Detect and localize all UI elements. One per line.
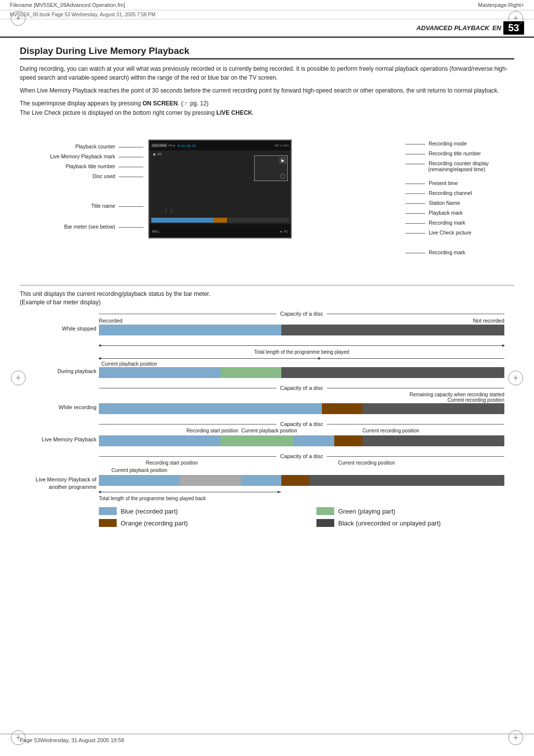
during-playback-section: During playback [20, 367, 514, 378]
during-playback-label: During playback [20, 368, 96, 374]
bar-intro1: This unit displays the current recording… [20, 290, 514, 297]
legend-swatch-black [316, 519, 334, 527]
vr-badge: VR [168, 144, 172, 147]
callout-pb-title: Playback title number [49, 163, 143, 169]
total-length-line [99, 345, 504, 346]
lma-bottom-bracket: ◄ ► [99, 489, 504, 496]
page-number-banner: ADVANCED PLAYBACK EN 53 [0, 19, 534, 38]
bar-pb-blue [99, 367, 221, 378]
bar-rec-dark [362, 403, 504, 414]
bar-pb-green [221, 367, 281, 378]
onscreen-note1: The superimpose display appears by press… [20, 99, 514, 108]
during-pb-bar-wrapper [99, 367, 504, 378]
lma-rec-pos: Current recording position [338, 460, 395, 466]
recorded-label: Recorded [99, 318, 123, 324]
disc-info: ■ [173, 144, 175, 147]
current-pb-text: Current playback position [99, 361, 504, 367]
playback-mark-bottom: ▶ 01 [281, 230, 288, 233]
intro-para1: During recording, you can watch at your … [20, 64, 514, 82]
arr-left-tl: ◄ [97, 343, 102, 348]
bar-lma-orange [281, 475, 310, 486]
bar-lma-dark [310, 475, 504, 486]
remaining-cap-ann: Remaining capacity when recording starte… [99, 392, 504, 397]
arr-right-tl: ► [501, 343, 506, 348]
while-rec-bar-wrapper [99, 403, 504, 414]
lma-bottom-ann-top: Current playback position [99, 468, 504, 474]
callout-present-time: Present time [405, 180, 514, 186]
bar-lma-lighter [180, 475, 241, 486]
screen-bottom-bar: BBC1 ▶ 01 [149, 225, 291, 237]
lma-top-ann: Recording start position Current recordi… [99, 460, 504, 467]
lm-rec-start: Recording start position [186, 428, 238, 433]
current-rec-pos-text: Current recording position [447, 397, 504, 403]
callout-pb-mark: Playback mark [405, 210, 514, 216]
page-footer: Page 53Wednesday, 31 August 2005 19:58 [0, 734, 534, 746]
bar-dark-seg [227, 218, 289, 223]
bar-lm-blue2 [294, 435, 334, 446]
onscreen-note2: The Live Check picture is displayed on t… [20, 108, 514, 118]
bar-lm-dark [362, 435, 504, 446]
lm-bar-wrapper [99, 435, 504, 446]
live-memory-section: Live Memory Playback [20, 435, 514, 446]
callout-rec-title: Recording title number [405, 150, 514, 156]
lma-pb-pos: Current playback position [112, 468, 168, 473]
intro-para2: When Live Memory Playback reaches the po… [20, 86, 514, 95]
cpb-arr-right: ► [317, 356, 322, 361]
bar-seg-dark [281, 325, 504, 335]
callout-disc: Disc used [49, 173, 143, 179]
capacity-top-label-1: Capacity of a disc Recorded Not recorded [99, 311, 504, 324]
bar-lma-blue1 [99, 475, 180, 486]
while-rec-bar [99, 403, 504, 414]
bar-lm-blue1 [99, 435, 221, 446]
callout-rec-mark2: Recording mark [405, 249, 514, 255]
ch-info: CH1 [283, 144, 289, 147]
cpb-arr-left: ◄ [97, 356, 102, 361]
while-stopped-bar [99, 325, 504, 335]
legend-swatch-green [316, 507, 334, 515]
lma-rec-start: Recording start position [146, 460, 198, 466]
live-memory-another-section: Live Memory Playback of another programm… [20, 475, 514, 486]
live-check-thumb: ▶ [254, 155, 288, 181]
screen-mockup: DVD-RAM VR ■ 0:12:34:35 EP ● CH1 ■ 05 ↑ … [148, 140, 292, 238]
lma-arr-right: ► [277, 489, 281, 494]
page-subheader: MV5SEK_00.book Page 53 Wednesday, August… [0, 10, 534, 19]
lma-total-text: Total length of the programme being play… [99, 496, 504, 501]
current-pb-pos-ann: ◄ ► [99, 355, 504, 361]
lma-bar-wrapper [99, 475, 504, 486]
reg-mark-tr [508, 11, 523, 26]
capacity-label-rec: Capacity of a disc [99, 385, 504, 391]
callout-playback-counter: Playback counter [49, 143, 143, 149]
capacity-label-lm: Capacity of a disc [99, 421, 504, 427]
bar-rec-orange [322, 403, 362, 414]
remaining-cap-text: Remaining capacity when recording starte… [409, 392, 504, 397]
during-pb-top-ann: ◄ ► Total length of the programme being … [99, 342, 504, 367]
video-area: ■ 05 ↑ ↑ ➦ ▶ [149, 150, 291, 224]
legend-label-black: Black (unrecorded or unplayed part) [338, 520, 441, 527]
bar-seg-blue [99, 325, 281, 335]
filename-label: Filename [MV5SEK_09Advanced Operation.fm… [10, 2, 125, 8]
callout-title-name: Title name [49, 203, 143, 209]
while-rec-ann: Remaining capacity when recording starte… [99, 392, 504, 403]
section-divider [20, 285, 514, 285]
masterpage-label: Masterpage:Right+ [478, 2, 524, 8]
callout-rec-counter: Recording counter display(remaining/elap… [405, 160, 514, 172]
bar-pb-dark [281, 367, 504, 378]
time-code: 0:12:34:35 [178, 144, 195, 147]
book-label: MV5SEK_00.book Page 53 Wednesday, August… [10, 12, 155, 17]
main-content: Display During Live Memory Playback Duri… [0, 38, 534, 537]
onscreen-notes: The superimpose display appears by press… [20, 99, 514, 118]
lm-rec-pos: Current recording position [362, 428, 419, 433]
play-icon: ▶ [279, 157, 286, 164]
legend-swatch-blue [99, 507, 117, 515]
legend-item-black: Black (unrecorded or unplayed part) [316, 519, 514, 527]
while-recording-section: While recording [20, 403, 514, 414]
rec-dot: ● [280, 144, 282, 147]
section-title: Display During Live Memory Playback [20, 46, 514, 59]
capacity-label-lma: Capacity of a disc [99, 453, 504, 459]
lma-bar [99, 475, 504, 486]
recorded-notrecorded-labels: Recorded Not recorded [99, 318, 504, 324]
bar-intro2: (Example of bar meter display) [20, 299, 514, 306]
station-name: BBC1 [152, 230, 159, 233]
lma-arr-left: ◄ [97, 489, 102, 494]
bar-lm-green [221, 435, 294, 446]
